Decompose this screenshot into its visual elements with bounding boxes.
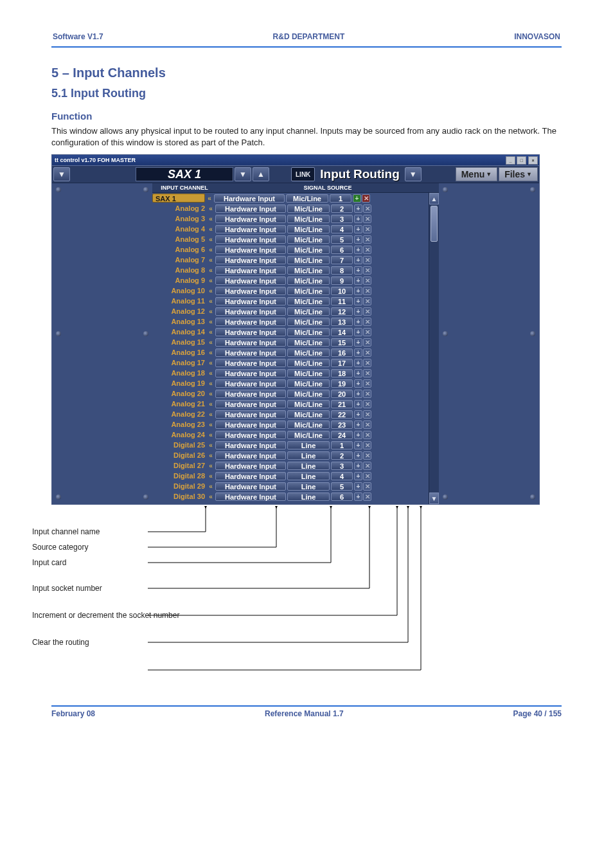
source-category[interactable]: Hardware Input: [215, 369, 286, 377]
channel-name[interactable]: Analog 3: [152, 215, 206, 222]
increment-button[interactable]: +: [354, 472, 362, 480]
maximize-icon[interactable]: □: [517, 156, 526, 165]
socket-number[interactable]: 21: [331, 400, 353, 408]
clear-button[interactable]: ✕: [363, 369, 371, 377]
channel-name[interactable]: Digital 28: [152, 472, 206, 480]
clear-button[interactable]: ✕: [363, 204, 371, 213]
source-category[interactable]: Hardware Input: [215, 338, 286, 347]
increment-button[interactable]: +: [353, 194, 361, 203]
source-category[interactable]: Hardware Input: [215, 348, 286, 357]
channel-name[interactable]: Analog 15: [152, 338, 206, 346]
channel-name[interactable]: Digital 25: [152, 441, 206, 449]
source-category[interactable]: Hardware Input: [215, 441, 286, 449]
increment-button[interactable]: +: [354, 287, 362, 295]
channel-name-display[interactable]: SAX 1: [136, 167, 233, 181]
menu-button[interactable]: Menu▼: [456, 167, 497, 181]
socket-number[interactable]: 10: [331, 287, 353, 295]
clear-button[interactable]: ✕: [363, 297, 371, 305]
channel-name[interactable]: Analog 10: [152, 287, 206, 294]
source-category[interactable]: Hardware Input: [215, 462, 286, 470]
increment-button[interactable]: +: [354, 390, 362, 398]
increment-button[interactable]: +: [354, 379, 362, 388]
clear-button[interactable]: ✕: [363, 338, 371, 347]
source-category[interactable]: Hardware Input: [215, 215, 286, 223]
clear-button[interactable]: ✕: [363, 307, 371, 316]
increment-button[interactable]: +: [354, 215, 362, 223]
channel-name[interactable]: Digital 30: [152, 493, 206, 500]
source-category[interactable]: Hardware Input: [215, 246, 286, 254]
channel-name[interactable]: Analog 16: [152, 348, 206, 356]
socket-number[interactable]: 14: [331, 328, 353, 336]
source-category[interactable]: Hardware Input: [215, 431, 286, 439]
clear-button[interactable]: ✕: [363, 410, 371, 419]
source-category[interactable]: Hardware Input: [215, 204, 286, 213]
input-card[interactable]: Mic/Line: [287, 318, 330, 326]
source-category[interactable]: Hardware Input: [215, 472, 286, 480]
channel-name[interactable]: Analog 9: [152, 276, 206, 284]
clear-button[interactable]: ✕: [363, 482, 371, 491]
channel-name[interactable]: Digital 29: [152, 482, 206, 490]
socket-number[interactable]: 1: [330, 194, 351, 203]
input-card[interactable]: Mic/Line: [287, 359, 330, 367]
input-card[interactable]: Mic/Line: [287, 246, 330, 254]
clear-button[interactable]: ✕: [363, 451, 371, 460]
input-card[interactable]: Mic/Line: [287, 204, 330, 213]
source-category[interactable]: Hardware Input: [215, 276, 286, 285]
channel-name[interactable]: Analog 14: [152, 328, 206, 336]
socket-number[interactable]: 18: [331, 369, 353, 377]
input-card[interactable]: Mic/Line: [287, 287, 330, 295]
input-card[interactable]: Line: [287, 482, 330, 491]
clear-button[interactable]: ✕: [363, 256, 371, 264]
socket-number[interactable]: 1: [331, 441, 353, 449]
input-card[interactable]: Mic/Line: [287, 420, 330, 429]
channel-name[interactable]: Analog 20: [152, 390, 206, 397]
link-button[interactable]: LINK: [291, 167, 315, 181]
increment-button[interactable]: +: [354, 462, 362, 470]
input-card[interactable]: Line: [287, 451, 330, 460]
input-card[interactable]: Mic/Line: [287, 225, 330, 233]
socket-number[interactable]: 11: [331, 297, 353, 305]
input-card[interactable]: Mic/Line: [287, 215, 330, 223]
increment-button[interactable]: +: [354, 410, 362, 419]
clear-button[interactable]: ✕: [363, 379, 371, 388]
channel-name[interactable]: Digital 27: [152, 462, 206, 469]
increment-button[interactable]: +: [354, 266, 362, 275]
increment-button[interactable]: +: [354, 246, 362, 254]
socket-number[interactable]: 4: [331, 472, 353, 480]
channel-name[interactable]: Analog 24: [152, 431, 206, 439]
socket-number[interactable]: 3: [331, 215, 353, 223]
channel-name[interactable]: Analog 19: [152, 379, 206, 387]
clear-button[interactable]: ✕: [363, 472, 371, 480]
increment-button[interactable]: +: [354, 307, 362, 316]
source-category[interactable]: Hardware Input: [215, 256, 286, 264]
source-category[interactable]: Hardware Input: [215, 420, 286, 429]
source-category[interactable]: Hardware Input: [215, 390, 286, 398]
increment-button[interactable]: +: [354, 493, 362, 501]
channel-name[interactable]: Analog 7: [152, 256, 206, 264]
nav-down-icon[interactable]: ▼: [53, 167, 70, 181]
clear-button[interactable]: ✕: [363, 276, 371, 285]
minimize-icon[interactable]: _: [506, 156, 515, 165]
socket-number[interactable]: 16: [331, 348, 353, 357]
input-card[interactable]: Mic/Line: [287, 256, 330, 264]
increment-button[interactable]: +: [354, 369, 362, 377]
source-category[interactable]: Hardware Input: [215, 328, 286, 336]
channel-name[interactable]: Analog 17: [152, 359, 206, 366]
clear-button[interactable]: ✕: [363, 431, 371, 439]
channel-name[interactable]: Analog 13: [152, 318, 206, 325]
scrollbar[interactable]: ▲ ▼: [429, 193, 439, 504]
clear-button[interactable]: ✕: [363, 328, 371, 336]
scroll-thumb[interactable]: [431, 206, 438, 242]
source-category[interactable]: Hardware Input: [215, 318, 286, 326]
increment-button[interactable]: +: [354, 451, 362, 460]
input-card[interactable]: Mic/Line: [287, 390, 330, 398]
input-card[interactable]: Line: [287, 493, 330, 501]
input-card[interactable]: Mic/Line: [287, 379, 330, 388]
input-card[interactable]: Mic/Line: [287, 328, 330, 336]
clear-button[interactable]: ✕: [363, 318, 371, 326]
source-category[interactable]: Hardware Input: [215, 235, 286, 244]
channel-name[interactable]: Analog 11: [152, 297, 206, 305]
clear-button[interactable]: ✕: [363, 359, 371, 367]
source-category[interactable]: Hardware Input: [215, 307, 286, 316]
channel-dropdown-icon[interactable]: ▼: [235, 167, 251, 181]
